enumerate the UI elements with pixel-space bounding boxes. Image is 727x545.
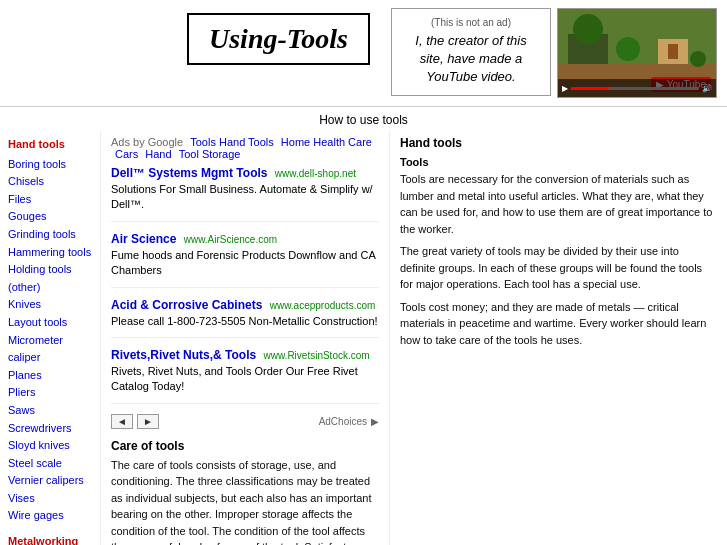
ad-title-rivets[interactable]: Rivets,Rivet Nuts,& Tools bbox=[111, 348, 256, 362]
svg-rect-5 bbox=[668, 44, 678, 59]
site-title: Using-Tools bbox=[187, 13, 370, 65]
sidebar-item-hammering[interactable]: Hammering tools bbox=[8, 244, 92, 262]
ad-choices-label: AdChoices bbox=[319, 416, 367, 427]
sidebar-item-sloyd[interactable]: Sloyd knives bbox=[8, 437, 92, 455]
right-hand-tools-title: Hand tools bbox=[400, 136, 717, 150]
content-area: Hand tools Boring tools Chisels Files Go… bbox=[0, 131, 727, 545]
sidebar-item-boring-tools[interactable]: Boring tools bbox=[8, 156, 92, 174]
ads-by-google: Ads by Google Tools Hand Tools Home Heal… bbox=[111, 136, 379, 160]
tools-para-1: Tools are necessary for the conversion o… bbox=[400, 171, 717, 237]
ad-desc-rivets: Rivets, Rivet Nuts, and Tools Order Our … bbox=[111, 364, 379, 395]
main-wrapper: Using-Tools (This is not an ad) I, the c… bbox=[0, 0, 727, 545]
sidebar: Hand tools Boring tools Chisels Files Go… bbox=[0, 131, 100, 545]
ad-link-health[interactable]: Home Health Care bbox=[281, 136, 372, 148]
care-text: The care of tools consists of storage, u… bbox=[111, 457, 379, 545]
middle-ads-column: Ads by Google Tools Hand Tools Home Heal… bbox=[100, 131, 390, 545]
ad-url-acid: www.acepproducts.com bbox=[270, 300, 376, 311]
right-column: Hand tools Tools Tools are necessary for… bbox=[390, 131, 727, 545]
svg-point-7 bbox=[616, 37, 640, 61]
tools-subhead: Tools bbox=[400, 156, 717, 168]
sidebar-item-vises[interactable]: Vises bbox=[8, 490, 92, 508]
tools-para-3: Tools cost money; and they are made of m… bbox=[400, 299, 717, 349]
sidebar-item-chisels[interactable]: Chisels bbox=[8, 173, 92, 191]
ad-item-dell: Dell™ Systems Mgmt Tools www.dell-shop.n… bbox=[111, 166, 379, 222]
sidebar-item-saws[interactable]: Saws bbox=[8, 402, 92, 420]
ad-title-acid[interactable]: Acid & Corrosive Cabinets bbox=[111, 298, 262, 312]
ad-desc-airscience: Fume hoods and Forensic Products Downflo… bbox=[111, 248, 379, 279]
sidebar-item-layout[interactable]: Layout tools bbox=[8, 314, 92, 332]
sidebar-item-grinding[interactable]: Grinding tools bbox=[8, 226, 92, 244]
ad-link-storage[interactable]: Tool Storage bbox=[179, 148, 241, 160]
sidebar-item-vernier[interactable]: Vernier calipers bbox=[8, 472, 92, 490]
header-right: (This is not an ad) I, the creator of th… bbox=[387, 8, 717, 98]
ad-note: (This is not an ad) bbox=[404, 17, 538, 28]
ad-desc-dell: Solutions For Small Business. Automate &… bbox=[111, 182, 379, 213]
ad-item-rivets: Rivets,Rivet Nuts,& Tools www.RivetsinSt… bbox=[111, 348, 379, 404]
sidebar-item-wire-gages[interactable]: Wire gages bbox=[8, 507, 92, 525]
ad-url-dell: www.dell-shop.net bbox=[275, 168, 356, 179]
video-thumbnail[interactable]: ▶ YouTube ▶ 🔊 bbox=[557, 8, 717, 98]
video-progress-fill bbox=[571, 87, 609, 90]
ad-url-airscience: www.AirScience.com bbox=[184, 234, 277, 245]
ad-link-cars[interactable]: Cars bbox=[115, 148, 138, 160]
video-play-icon[interactable]: ▶ bbox=[562, 84, 568, 93]
ad-next-button[interactable]: ► bbox=[137, 414, 159, 429]
ad-text: I, the creator of this site, have made a… bbox=[404, 32, 538, 87]
sidebar-item-files[interactable]: Files bbox=[8, 191, 92, 209]
sidebar-item-pliers[interactable]: Pliers bbox=[8, 384, 92, 402]
ad-title-dell[interactable]: Dell™ Systems Mgmt Tools bbox=[111, 166, 267, 180]
video-progress[interactable] bbox=[571, 87, 699, 90]
ad-choices-icon: ▶ bbox=[371, 416, 379, 427]
ad-link-tools-hand[interactable]: Tools Hand Tools bbox=[190, 136, 274, 148]
sidebar-item-gouges[interactable]: Gouges bbox=[8, 208, 92, 226]
ad-desc-acid: Please call 1-800-723-5505 Non-Metallic … bbox=[111, 314, 379, 329]
ad-url-rivets: www.RivetsinStock.com bbox=[263, 350, 369, 361]
sidebar-item-holding[interactable]: Holding tools (other) bbox=[8, 261, 92, 296]
ad-prev-button[interactable]: ◄ bbox=[111, 414, 133, 429]
header-center: Using-Tools bbox=[170, 8, 387, 65]
sidebar-hand-tools-title[interactable]: Hand tools bbox=[8, 136, 92, 154]
care-section-title: Care of tools bbox=[111, 439, 379, 453]
sidebar-item-planes[interactable]: Planes bbox=[8, 367, 92, 385]
svg-point-3 bbox=[573, 14, 603, 44]
header: Using-Tools (This is not an ad) I, the c… bbox=[0, 0, 727, 107]
video-controls[interactable]: ▶ 🔊 bbox=[558, 79, 716, 97]
sidebar-item-steel-scale[interactable]: Steel scale bbox=[8, 455, 92, 473]
sidebar-item-micrometer[interactable]: Micrometer caliper bbox=[8, 332, 92, 367]
page-subtitle: How to use tools bbox=[0, 107, 727, 131]
ad-title-airscience[interactable]: Air Science bbox=[111, 232, 176, 246]
ad-item-airscience: Air Science www.AirScience.com Fume hood… bbox=[111, 232, 379, 288]
ad-link-hand[interactable]: Hand bbox=[145, 148, 171, 160]
svg-point-6 bbox=[690, 51, 706, 67]
header-ad-box: (This is not an ad) I, the creator of th… bbox=[391, 8, 551, 96]
tools-para-2: The great variety of tools may be divide… bbox=[400, 243, 717, 293]
sidebar-item-knives[interactable]: Knives bbox=[8, 296, 92, 314]
sidebar-metalworking-title[interactable]: Metalworking bbox=[8, 533, 92, 545]
sidebar-item-screwdrivers[interactable]: Screwdrivers bbox=[8, 420, 92, 438]
ad-item-acid: Acid & Corrosive Cabinets www.acepproduc… bbox=[111, 298, 379, 338]
ad-navigation: ◄ ► AdChoices ▶ bbox=[111, 414, 379, 429]
video-volume-icon[interactable]: 🔊 bbox=[702, 84, 712, 93]
